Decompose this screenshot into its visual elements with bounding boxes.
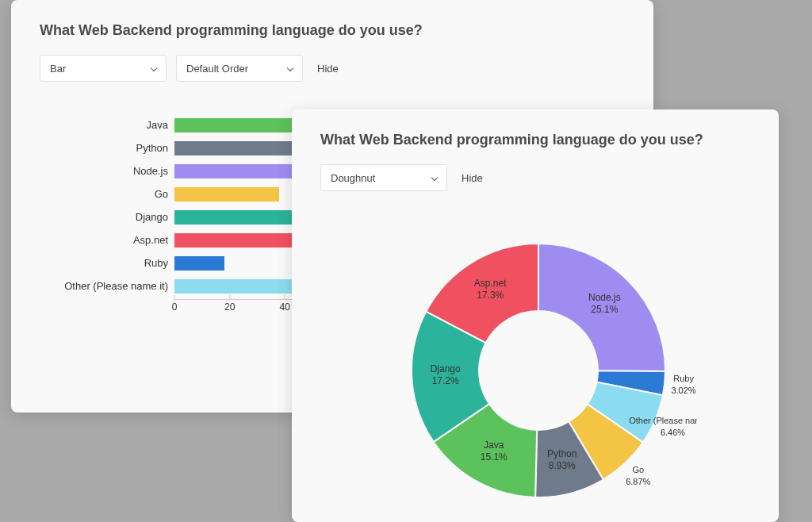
bar-label: Python [63,142,174,154]
slice-name: Go [632,465,644,474]
chart-type-value: Bar [50,63,66,75]
slice-name: Java [484,439,504,451]
bar-fill [174,187,279,202]
slice-percent: 25.1% [591,304,618,315]
slice-percent: 17.3% [477,290,504,301]
slice-name: Python [547,448,576,459]
slice-percent: 6.46% [661,428,685,437]
slice-name: Node.js [588,292,621,303]
order-select[interactable]: Default Order [176,55,303,82]
chevron-down-icon [286,64,294,72]
slice-name: Other (Please name it) [629,416,697,425]
bar-label: Other (Please name it) [63,280,174,292]
slice-name: Django [431,363,461,374]
slice-percent: 17.2% [432,375,459,386]
slice-percent: 3.02% [671,386,695,395]
bar-fill [174,279,304,294]
bar-label: Asp.net [63,234,174,246]
slice-name: Asp.net [474,278,507,289]
bar-label: Go [63,188,174,200]
bar-label: Node.js [63,165,174,177]
chart-type-value: Doughnut [331,172,375,184]
bar-label: Java [63,119,174,131]
axis-tick: 20 [224,301,235,313]
bar-label: Ruby [63,257,174,269]
doughnut-chart: Node.js25.1%Ruby3.02%Other (Please name … [320,212,756,522]
axis-tick: 40 [280,301,290,313]
chart-type-select[interactable]: Doughnut [320,164,447,191]
axis-tick: 0 [172,301,178,313]
controls-doughnut: Doughnut Hide [320,164,756,191]
slice-percent: 8.93% [549,460,576,471]
order-value: Default Order [186,63,248,75]
chevron-down-icon [150,64,158,72]
title-bar: What Web Backend programming language do… [40,22,625,39]
slice-percent: 15.1% [481,451,508,463]
controls-bar: Bar Default Order Hide [40,55,625,82]
chevron-down-icon [431,174,439,182]
title-doughnut: What Web Backend programming language do… [320,132,756,148]
slice-percent: 6.87% [626,477,650,486]
card-doughnut: What Web Backend programming language do… [292,109,779,522]
hide-link[interactable]: Hide [462,172,483,184]
hide-link[interactable]: Hide [317,63,339,75]
chart-type-select[interactable]: Bar [40,55,167,82]
bar-fill [174,256,224,271]
slice-name: Ruby [673,374,694,383]
bar-label: Django [63,211,174,223]
